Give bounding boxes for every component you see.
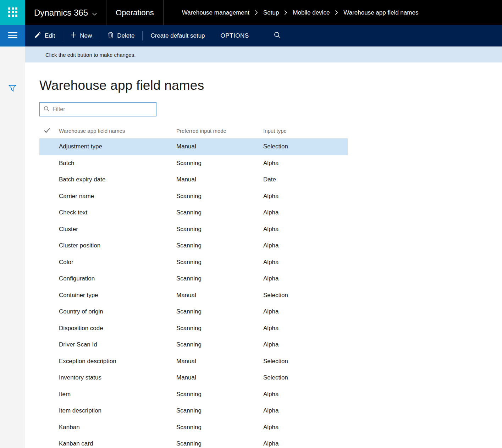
cell-input-type: Alpha (263, 424, 348, 431)
cell-field-name: Item (39, 391, 176, 398)
cell-field-name: Inventory status (39, 374, 176, 381)
breadcrumb-chevron-icon (255, 10, 258, 15)
table-row[interactable]: Exception descriptionManualSelection (39, 353, 348, 370)
table-row[interactable]: Driver Scan IdScanningAlpha (39, 337, 348, 353)
cell-input-type: Alpha (263, 209, 348, 216)
app-window: Dynamics 365 Operations Warehouse manage… (0, 0, 502, 448)
nav-menu-button[interactable] (0, 25, 25, 47)
cell-input-mode: Scanning (176, 226, 263, 233)
cell-input-type: Alpha (263, 440, 348, 447)
table-row[interactable]: Item descriptionScanningAlpha (39, 403, 348, 419)
cell-input-mode: Scanning (176, 391, 263, 398)
table-row[interactable]: Batch expiry dateManualDate (39, 171, 348, 188)
new-button-label: New (80, 32, 92, 39)
cell-input-mode: Scanning (176, 308, 263, 315)
cell-input-type: Selection (263, 292, 348, 299)
cell-field-name: Batch expiry date (39, 176, 176, 183)
cell-field-name: Batch (39, 160, 176, 167)
cell-input-mode: Scanning (176, 341, 263, 348)
table-row[interactable]: Disposition codeScanningAlpha (39, 320, 348, 337)
delete-button[interactable]: Delete (100, 25, 142, 47)
cell-field-name: Driver Scan Id (39, 341, 176, 348)
cell-input-mode: Scanning (176, 407, 263, 414)
cell-field-name: Check text (39, 209, 176, 216)
breadcrumb-chevron-icon (335, 10, 338, 15)
grid-header: Warehouse app field names Preferred inpu… (39, 124, 348, 138)
cell-input-mode: Scanning (176, 440, 263, 447)
breadcrumb-item-warehouse-management[interactable]: Warehouse management (182, 9, 249, 16)
table-row[interactable]: Adjustment typeManualSelection (39, 138, 348, 155)
cell-field-name: Exception description (39, 358, 176, 365)
cell-input-type: Alpha (263, 391, 348, 398)
table-body: Adjustment typeManualSelectionBatchScann… (39, 138, 348, 448)
table-row[interactable]: Check textScanningAlpha (39, 204, 348, 221)
app-name: Dynamics 365 (34, 8, 88, 18)
delete-icon (108, 32, 114, 40)
main-column: Dynamics 365 Operations Warehouse manage… (25, 0, 502, 448)
cell-input-mode: Manual (176, 292, 263, 299)
table-row[interactable]: ClusterScanningAlpha (39, 221, 348, 238)
app-launcher-icon (8, 7, 17, 18)
create-default-setup-button[interactable]: Create default setup (143, 25, 213, 47)
quick-filter-input[interactable] (53, 106, 152, 113)
cell-input-mode: Scanning (176, 193, 263, 200)
message-bar-text: Click the edit button to make changes. (45, 52, 136, 58)
options-menu-button[interactable]: OPTIONS (213, 25, 257, 47)
table-row[interactable]: KanbanScanningAlpha (39, 419, 348, 436)
cell-input-mode: Manual (176, 176, 263, 183)
field-names-grid: Warehouse app field names Preferred inpu… (39, 124, 348, 448)
table-row[interactable]: Country of originScanningAlpha (39, 304, 348, 320)
cell-field-name: Adjustment type (39, 143, 176, 150)
breadcrumb-item-current-page: Warehouse app field names (343, 9, 418, 16)
edit-button[interactable]: Edit (25, 25, 63, 47)
cell-input-mode: Scanning (176, 160, 263, 167)
breadcrumb: Warehouse management Setup Mobile device… (182, 9, 419, 16)
breadcrumb-chevron-icon (284, 10, 287, 15)
table-row[interactable]: BatchScanningAlpha (39, 155, 348, 172)
breadcrumb-item-setup[interactable]: Setup (263, 9, 279, 16)
cell-input-mode: Scanning (176, 325, 263, 332)
column-header-input-mode[interactable]: Preferred input mode (176, 128, 263, 134)
cell-input-mode: Scanning (176, 209, 263, 216)
cell-field-name: Color (39, 259, 176, 266)
create-default-setup-label: Create default setup (150, 32, 205, 39)
left-rail (0, 0, 25, 448)
breadcrumb-item-mobile-device[interactable]: Mobile device (293, 9, 330, 16)
table-row[interactable]: ColorScanningAlpha (39, 254, 348, 271)
cell-input-type: Selection (263, 143, 348, 150)
cell-input-mode: Manual (176, 143, 263, 150)
cell-input-type: Alpha (263, 407, 348, 414)
cell-input-type: Alpha (263, 193, 348, 200)
cell-input-mode: Manual (176, 358, 263, 365)
filter-pane-button[interactable] (9, 85, 16, 93)
column-header-field-names[interactable]: Warehouse app field names (59, 128, 176, 134)
table-row[interactable]: Carrier nameScanningAlpha (39, 188, 348, 205)
cell-input-type: Alpha (263, 242, 348, 249)
action-search-button[interactable] (267, 25, 288, 47)
table-row[interactable]: Kanban cardScanningAlpha (39, 436, 348, 448)
select-all-button[interactable] (39, 128, 59, 134)
table-row[interactable]: Container typeManualSelection (39, 287, 348, 304)
table-row[interactable]: Cluster positionScanningAlpha (39, 237, 348, 254)
cell-field-name: Country of origin (39, 308, 176, 315)
new-button[interactable]: New (63, 25, 100, 47)
table-row[interactable]: ConfigurationScanningAlpha (39, 271, 348, 287)
cell-field-name: Kanban (39, 424, 176, 431)
cell-field-name: Configuration (39, 275, 176, 282)
menu-icon (8, 32, 17, 40)
cell-field-name: Disposition code (39, 325, 176, 332)
cell-input-mode: Scanning (176, 259, 263, 266)
message-bar: Click the edit button to make changes. (25, 47, 502, 62)
column-header-input-type[interactable]: Input type (263, 128, 348, 134)
cell-input-type: Alpha (263, 259, 348, 266)
cell-input-mode: Scanning (176, 424, 263, 431)
filter-pane-icon (9, 85, 16, 93)
dynamics-home-link[interactable]: Dynamics 365 (25, 0, 106, 25)
app-launcher-button[interactable] (0, 0, 25, 25)
table-row[interactable]: Inventory statusManualSelection (39, 370, 348, 386)
table-row[interactable]: ItemScanningAlpha (39, 386, 348, 403)
top-bar: Dynamics 365 Operations Warehouse manage… (25, 0, 502, 25)
search-icon (274, 32, 281, 40)
chevron-down-icon (92, 8, 97, 18)
cell-field-name: Cluster position (39, 242, 176, 249)
